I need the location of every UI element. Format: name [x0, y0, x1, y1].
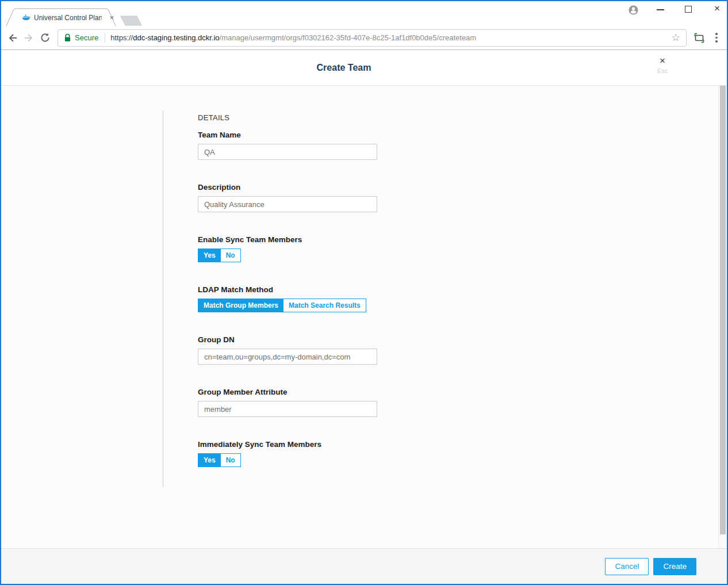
reload-icon[interactable] [37, 30, 53, 46]
description-group: Description [198, 183, 377, 212]
url-domain: ddc-staging.testing.dckr.io [133, 33, 219, 42]
tab-title: Universal Control Plane [34, 14, 102, 22]
description-input[interactable] [198, 196, 377, 212]
team-name-label: Team Name [198, 131, 377, 139]
esc-hint: Esc [652, 67, 673, 74]
page-title: Create Team [317, 63, 412, 73]
section-vertical-rule [163, 110, 163, 487]
profile-icon[interactable] [628, 5, 639, 16]
team-name-group: Team Name [198, 131, 377, 160]
team-name-input[interactable] [198, 144, 377, 160]
window-minimize-button[interactable] [657, 9, 664, 10]
chrome-menu-icon[interactable] [711, 31, 722, 45]
close-icon [652, 55, 673, 67]
scrollbar-thumb[interactable] [720, 86, 726, 534]
browser-tab[interactable]: Universal Control Plane [13, 9, 116, 26]
enable-sync-toggle: Yes No [198, 248, 241, 262]
url-text: https://ddc-staging.testing.dckr.io/mana… [110, 33, 476, 42]
screenshot-extension-icon[interactable] [692, 31, 706, 45]
ldap-match-group: LDAP Match Method Match Group Members Ma… [198, 285, 377, 312]
immediate-sync-no-option[interactable]: No [221, 454, 240, 467]
immediate-sync-group: Immediately Sync Team Members Yes No [198, 440, 377, 467]
modal-footer: Cancel Create [1, 548, 727, 584]
group-member-attribute-group: Group Member Attribute [198, 388, 377, 417]
match-group-members-option[interactable]: Match Group Members [198, 299, 283, 312]
browser-toolbar: Secure https://ddc-staging.testing.dckr.… [1, 26, 727, 50]
secure-lock-icon[interactable] [64, 33, 71, 42]
browser-titlebar: Universal Control Plane [1, 1, 727, 26]
page-scrollbar[interactable] [718, 86, 727, 548]
immediate-sync-label: Immediately Sync Team Members [198, 440, 377, 449]
enable-sync-label: Enable Sync Team Members [198, 235, 377, 244]
omnibox-divider [105, 33, 105, 43]
create-button[interactable]: Create [653, 558, 696, 575]
ldap-match-label: LDAP Match Method [198, 285, 377, 294]
tab-close-icon[interactable] [108, 13, 116, 22]
secure-label: Secure [75, 33, 98, 42]
window-close-icon[interactable] [712, 3, 722, 14]
group-member-attribute-label: Group Member Attribute [198, 388, 377, 396]
cancel-button[interactable]: Cancel [605, 558, 649, 575]
create-team-form-area: DETAILS Team Name Description Enable Syn… [1, 86, 727, 548]
match-search-results-option[interactable]: Match Search Results [283, 299, 366, 312]
modal-header: Create Team Esc [1, 51, 727, 86]
address-bar[interactable]: Secure https://ddc-staging.testing.dckr.… [58, 29, 687, 47]
immediate-sync-toggle: Yes No [198, 453, 241, 467]
group-member-attribute-input[interactable] [198, 401, 377, 417]
back-icon[interactable] [5, 30, 21, 46]
create-team-form: DETAILS Team Name Description Enable Syn… [198, 113, 377, 490]
enable-sync-group: Enable Sync Team Members Yes No [198, 235, 377, 262]
ldap-match-toggle: Match Group Members Match Search Results [198, 299, 366, 312]
enable-sync-yes-option[interactable]: Yes [198, 249, 221, 262]
docker-whale-icon [22, 14, 30, 22]
enable-sync-no-option[interactable]: No [221, 249, 240, 262]
modal-close-button[interactable]: Esc [652, 55, 673, 78]
details-section-heading: DETAILS [198, 113, 377, 122]
description-label: Description [198, 183, 377, 192]
group-dn-input[interactable] [198, 349, 377, 365]
url-path: /manage/usermgmt/orgs/f0302162-35fd-407e… [220, 33, 477, 42]
immediate-sync-yes-option[interactable]: Yes [198, 454, 221, 467]
group-dn-group: Group DN [198, 335, 377, 365]
bookmark-star-icon[interactable] [669, 31, 683, 45]
new-tab-button[interactable] [121, 16, 141, 25]
group-dn-label: Group DN [198, 335, 377, 344]
forward-icon[interactable] [21, 30, 37, 46]
browser-window: Universal Control Plane [0, 0, 728, 585]
window-maximize-button[interactable] [685, 6, 692, 13]
url-scheme: https:// [110, 33, 133, 42]
